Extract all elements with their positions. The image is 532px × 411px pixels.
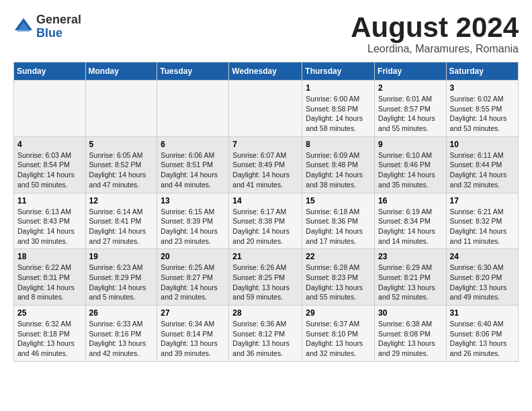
month-title: August 2024 [351,13,519,42]
day-number: 1 [306,83,371,93]
day-info: Sunrise: 6:37 AMSunset: 8:10 PMDaylight:… [306,319,371,359]
day-number: 5 [89,140,154,149]
day-cell: 5Sunrise: 6:05 AMSunset: 8:52 PMDaylight… [85,136,157,193]
day-info: Sunrise: 6:07 AMSunset: 8:49 PMDaylight:… [232,150,298,190]
calendar-body: 1Sunrise: 6:00 AMSunset: 8:58 PMDaylight… [14,81,519,362]
logo-text: General Blue [36,13,81,40]
day-number: 27 [161,308,225,318]
calendar-header: SundayMondayTuesdayWednesdayThursdayFrid… [14,62,519,81]
day-info: Sunrise: 6:18 AMSunset: 8:36 PMDaylight:… [306,207,371,246]
day-info: Sunrise: 6:02 AMSunset: 8:55 PMDaylight:… [450,94,515,134]
week-row-2: 4Sunrise: 6:03 AMSunset: 8:54 PMDaylight… [14,136,519,193]
day-cell: 19Sunrise: 6:23 AMSunset: 8:29 PMDayligh… [85,249,157,306]
day-number: 28 [232,308,298,318]
day-cell: 14Sunrise: 6:17 AMSunset: 8:38 PMDayligh… [229,193,302,249]
day-info: Sunrise: 6:01 AMSunset: 8:57 PMDaylight:… [378,94,443,134]
header-cell-tuesday: Tuesday [157,62,229,81]
day-number: 13 [161,196,225,205]
day-cell: 23Sunrise: 6:29 AMSunset: 8:21 PMDayligh… [375,249,447,306]
day-info: Sunrise: 6:14 AMSunset: 8:41 PMDaylight:… [89,207,154,246]
header-cell-friday: Friday [375,62,447,81]
logo-blue: Blue [36,27,81,40]
header-row: SundayMondayTuesdayWednesdayThursdayFrid… [14,62,519,81]
day-number: 19 [89,252,154,261]
day-cell: 10Sunrise: 6:11 AMSunset: 8:44 PMDayligh… [446,136,518,193]
day-number: 8 [306,140,371,149]
day-info: Sunrise: 6:22 AMSunset: 8:31 PMDaylight:… [17,263,82,302]
day-cell: 18Sunrise: 6:22 AMSunset: 8:31 PMDayligh… [14,249,86,306]
day-cell: 6Sunrise: 6:06 AMSunset: 8:51 PMDaylight… [157,136,229,193]
day-info: Sunrise: 6:28 AMSunset: 8:23 PMDaylight:… [306,263,371,302]
day-info: Sunrise: 6:03 AMSunset: 8:54 PMDaylight:… [17,150,82,190]
day-cell: 1Sunrise: 6:00 AMSunset: 8:58 PMDaylight… [302,81,375,137]
day-cell: 3Sunrise: 6:02 AMSunset: 8:55 PMDaylight… [446,81,518,137]
day-cell [157,81,229,137]
day-cell: 30Sunrise: 6:38 AMSunset: 8:08 PMDayligh… [375,306,447,362]
day-number: 12 [89,196,154,205]
day-number: 2 [378,83,443,93]
day-cell: 7Sunrise: 6:07 AMSunset: 8:49 PMDaylight… [229,136,302,193]
header-cell-saturday: Saturday [446,62,518,81]
day-cell: 28Sunrise: 6:36 AMSunset: 8:12 PMDayligh… [229,306,302,362]
day-cell: 4Sunrise: 6:03 AMSunset: 8:54 PMDaylight… [14,136,86,193]
day-info: Sunrise: 6:30 AMSunset: 8:20 PMDaylight:… [450,263,515,302]
day-cell: 20Sunrise: 6:25 AMSunset: 8:27 PMDayligh… [157,249,229,306]
day-info: Sunrise: 6:40 AMSunset: 8:06 PMDaylight:… [450,319,515,359]
day-info: Sunrise: 6:19 AMSunset: 8:34 PMDaylight:… [378,207,443,246]
title-section: August 2024 Leordina, Maramures, Romania [351,13,519,55]
header-cell-wednesday: Wednesday [229,62,302,81]
day-info: Sunrise: 6:06 AMSunset: 8:51 PMDaylight:… [161,150,225,190]
day-info: Sunrise: 6:09 AMSunset: 8:48 PMDaylight:… [306,150,371,190]
logo-icon [13,17,34,37]
day-cell [85,81,157,137]
day-cell: 15Sunrise: 6:18 AMSunset: 8:36 PMDayligh… [302,193,375,249]
day-number: 16 [378,196,443,205]
day-info: Sunrise: 6:15 AMSunset: 8:39 PMDaylight:… [161,207,225,246]
day-number: 15 [306,196,371,205]
day-cell: 24Sunrise: 6:30 AMSunset: 8:20 PMDayligh… [446,249,518,306]
day-number: 6 [161,140,225,149]
header-cell-monday: Monday [85,62,157,81]
day-number: 29 [306,308,371,318]
day-info: Sunrise: 6:29 AMSunset: 8:21 PMDaylight:… [378,263,443,302]
day-number: 21 [232,252,298,261]
day-number: 30 [378,308,443,318]
day-number: 3 [450,83,515,93]
day-number: 23 [378,252,443,261]
logo: General Blue [13,13,81,40]
day-number: 31 [450,308,515,318]
day-cell: 11Sunrise: 6:13 AMSunset: 8:43 PMDayligh… [14,193,86,249]
day-info: Sunrise: 6:25 AMSunset: 8:27 PMDaylight:… [161,263,225,302]
day-info: Sunrise: 6:23 AMSunset: 8:29 PMDaylight:… [89,263,154,302]
day-cell: 22Sunrise: 6:28 AMSunset: 8:23 PMDayligh… [302,249,375,306]
week-row-4: 18Sunrise: 6:22 AMSunset: 8:31 PMDayligh… [14,249,519,306]
day-number: 26 [89,308,154,318]
day-cell: 26Sunrise: 6:33 AMSunset: 8:16 PMDayligh… [85,306,157,362]
day-cell: 16Sunrise: 6:19 AMSunset: 8:34 PMDayligh… [375,193,447,249]
day-cell [14,81,86,137]
day-info: Sunrise: 6:11 AMSunset: 8:44 PMDaylight:… [450,150,515,190]
day-cell: 25Sunrise: 6:32 AMSunset: 8:18 PMDayligh… [14,306,86,362]
day-number: 7 [232,140,298,149]
day-cell: 12Sunrise: 6:14 AMSunset: 8:41 PMDayligh… [85,193,157,249]
location-title: Leordina, Maramures, Romania [351,43,519,55]
calendar-table: SundayMondayTuesdayWednesdayThursdayFrid… [13,62,519,362]
day-info: Sunrise: 6:13 AMSunset: 8:43 PMDaylight:… [17,207,82,246]
day-info: Sunrise: 6:36 AMSunset: 8:12 PMDaylight:… [232,319,298,359]
day-info: Sunrise: 6:00 AMSunset: 8:58 PMDaylight:… [306,94,371,134]
day-info: Sunrise: 6:33 AMSunset: 8:16 PMDaylight:… [89,319,154,359]
day-info: Sunrise: 6:38 AMSunset: 8:08 PMDaylight:… [378,319,443,359]
day-info: Sunrise: 6:17 AMSunset: 8:38 PMDaylight:… [232,207,298,246]
day-cell: 13Sunrise: 6:15 AMSunset: 8:39 PMDayligh… [157,193,229,249]
day-number: 4 [17,140,82,149]
day-cell: 29Sunrise: 6:37 AMSunset: 8:10 PMDayligh… [302,306,375,362]
day-number: 9 [378,140,443,149]
day-cell: 17Sunrise: 6:21 AMSunset: 8:32 PMDayligh… [446,193,518,249]
header-cell-thursday: Thursday [302,62,375,81]
header: General Blue August 2024 Leordina, Maram… [13,13,519,55]
day-number: 10 [450,140,515,149]
day-cell: 2Sunrise: 6:01 AMSunset: 8:57 PMDaylight… [375,81,447,137]
day-number: 20 [161,252,225,261]
day-info: Sunrise: 6:34 AMSunset: 8:14 PMDaylight:… [161,319,225,359]
day-cell [229,81,302,137]
